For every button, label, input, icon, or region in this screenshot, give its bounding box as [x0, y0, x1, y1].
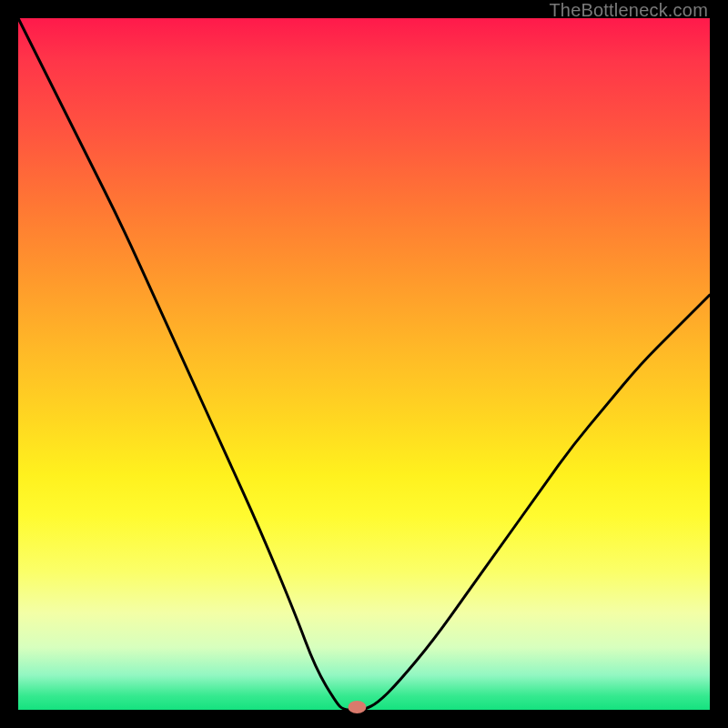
curve-svg [18, 18, 710, 710]
chart-frame: TheBottleneck.com [0, 0, 728, 728]
plot-area [18, 18, 710, 710]
optimum-marker [348, 701, 366, 713]
bottleneck-curve [18, 18, 710, 710]
